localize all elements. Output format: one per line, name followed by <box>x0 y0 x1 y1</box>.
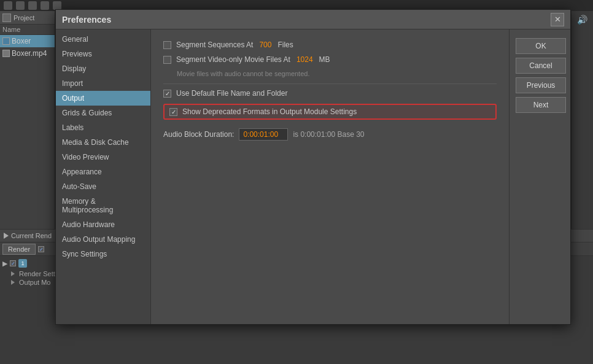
render-header-label: Current Rend <box>11 232 52 239</box>
sidebar-item-previews[interactable]: Previews <box>56 47 150 61</box>
content-area: Segment Sequences At 700 Files Segment V… <box>151 29 509 324</box>
show-deprecated-label: Show Deprecated Formats in Output Module… <box>182 107 357 116</box>
audio-block-label: Audio Block Duration: <box>163 130 234 139</box>
sidebar-item-memory-multiprocessing[interactable]: Memory & Multiprocessing <box>56 194 150 217</box>
segment-sequences-unit: Files <box>277 41 293 49</box>
segment-sequences-label: Segment Sequences At <box>176 41 253 49</box>
show-deprecated-row: Show Deprecated Formats in Output Module… <box>163 104 497 120</box>
previous-button[interactable]: Previous <box>516 77 566 93</box>
segment-sequences-checkbox[interactable] <box>163 41 171 49</box>
sub-tri <box>11 271 15 276</box>
next-button[interactable]: Next <box>516 97 566 113</box>
sidebar-item-output[interactable]: Output <box>56 91 150 106</box>
project-bar: Project <box>0 11 55 25</box>
file-icon-2 <box>2 50 10 57</box>
segment-video-row: Segment Video-only Movie Files At 1024 M… <box>163 55 497 64</box>
file-name-2: Boxer.mp4 <box>12 49 47 58</box>
show-deprecated-checkbox[interactable] <box>169 108 177 116</box>
sidebar-item-appearance[interactable]: Appearance <box>56 165 150 179</box>
cancel-button[interactable]: Cancel <box>516 58 566 74</box>
project-icon <box>2 14 11 22</box>
sidebar-item-auto-save[interactable]: Auto-Save <box>56 179 150 194</box>
sidebar-item-display[interactable]: Display <box>56 61 150 76</box>
output-tri <box>11 280 15 285</box>
speaker-icon: 🔊 <box>577 15 587 25</box>
render-triangle <box>4 233 9 239</box>
sidebar-item-video-preview[interactable]: Video Preview <box>56 150 150 165</box>
buttons-panel: OK Cancel Previous Next <box>509 29 570 324</box>
use-default-filename-row: Use Default File Name and Folder <box>163 89 497 98</box>
ok-button[interactable]: OK <box>516 38 566 54</box>
file-icon-1 <box>2 37 10 45</box>
segment-video-label: Segment Video-only Movie Files At <box>176 55 290 64</box>
divider-1 <box>163 83 497 84</box>
name-header: Name <box>0 25 55 35</box>
segment-video-value[interactable]: 1024 <box>296 55 313 64</box>
sidebar: General Previews Display Import Output G… <box>56 29 151 324</box>
segment-warning-text: Movie files with audio cannot be segment… <box>177 70 497 77</box>
sidebar-item-general[interactable]: General <box>56 32 150 47</box>
audio-block-duration-row: Audio Block Duration: is 0:00:01:00 Base… <box>163 128 497 141</box>
sidebar-item-labels[interactable]: Labels <box>56 120 150 135</box>
close-button[interactable]: ✕ <box>551 13 564 26</box>
project-label: Project <box>14 14 34 21</box>
segment-sequences-value[interactable]: 700 <box>259 41 271 49</box>
file-name-1: Boxer <box>12 37 31 45</box>
sidebar-item-media-disk-cache[interactable]: Media & Disk Cache <box>56 135 150 150</box>
sidebar-item-audio-output-mapping[interactable]: Audio Output Mapping <box>56 232 150 247</box>
segment-video-checkbox[interactable] <box>163 56 171 64</box>
use-default-filename-checkbox[interactable] <box>163 90 171 98</box>
row1-checkbox <box>10 260 16 266</box>
file-item-boxer-mp4: Boxer.mp4 <box>0 47 55 60</box>
segment-video-unit: MB <box>319 55 330 64</box>
sidebar-item-sync-settings[interactable]: Sync Settings <box>56 247 150 261</box>
render-settings-label: Render Sett <box>19 270 55 277</box>
preferences-dialog: Preferences ✕ General Previews Display I… <box>55 9 571 325</box>
row1-num: 1 <box>18 259 27 268</box>
use-default-filename-label: Use Default File Name and Folder <box>176 89 287 98</box>
render-btn[interactable]: Render <box>2 244 36 255</box>
audio-block-input[interactable] <box>239 128 288 141</box>
output-module-label: Output Mo <box>19 279 50 286</box>
top-icon-1 <box>4 1 12 10</box>
file-item-boxer: Boxer <box>0 35 55 47</box>
top-icon-3 <box>28 1 37 10</box>
dialog-titlebar: Preferences ✕ <box>56 10 570 29</box>
audio-block-info: is 0:00:01:00 Base 30 <box>293 130 364 139</box>
top-icon-2 <box>16 1 25 10</box>
dialog-body: General Previews Display Import Output G… <box>56 29 570 324</box>
top-icon-5 <box>53 1 61 10</box>
top-icon-4 <box>41 1 49 10</box>
render-checkbox <box>38 246 44 252</box>
sidebar-item-grids-guides[interactable]: Grids & Guides <box>56 106 150 120</box>
sidebar-item-import[interactable]: Import <box>56 76 150 91</box>
segment-sequences-row: Segment Sequences At 700 Files <box>163 41 497 49</box>
dialog-title: Preferences <box>62 15 111 25</box>
sidebar-item-audio-hardware[interactable]: Audio Hardware <box>56 217 150 232</box>
